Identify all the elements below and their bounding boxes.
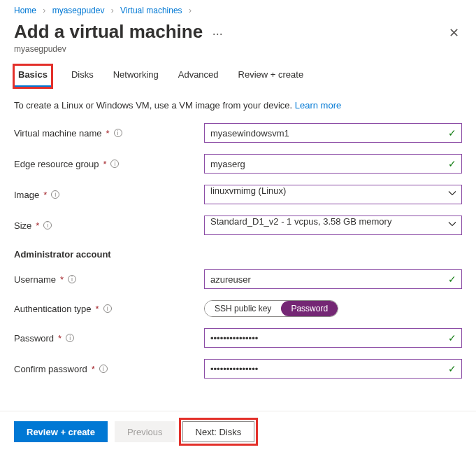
auth-password-option[interactable]: Password [281, 301, 338, 316]
info-icon[interactable]: i [51, 190, 59, 199]
erg-input[interactable] [204, 154, 462, 174]
password-label: Password [14, 333, 54, 344]
erg-label: Edge resource group [14, 159, 99, 169]
vm-name-label: Virtual machine name [14, 128, 102, 139]
tab-bar: Basics Disks Networking Advanced Review … [0, 65, 476, 87]
vm-name-input[interactable] [204, 123, 462, 143]
learn-more-link[interactable]: Learn more [295, 100, 341, 111]
required-icon: * [96, 304, 99, 314]
breadcrumb-home[interactable]: Home [14, 6, 36, 15]
info-icon[interactable]: i [66, 334, 74, 342]
info-icon[interactable]: i [114, 129, 122, 137]
next-disks-button[interactable]: Next: Disks [182, 421, 255, 442]
info-icon[interactable]: i [99, 365, 108, 373]
required-icon: * [106, 128, 110, 139]
info-icon[interactable]: i [43, 221, 52, 229]
description: To create a Linux or Windows VM, use a V… [0, 100, 476, 123]
tab-networking[interactable]: Networking [113, 65, 159, 87]
info-icon[interactable]: i [103, 304, 112, 313]
breadcrumb: Home › myasegpudev › Virtual machines › [0, 0, 476, 18]
size-select[interactable]: Standard_D1_v2 - 1 vcpus, 3.58 GB memory [204, 216, 462, 235]
review-create-button[interactable]: Review + create [14, 421, 108, 442]
close-icon[interactable]: ✕ [449, 21, 462, 41]
breadcrumb-section[interactable]: Virtual machines [120, 6, 182, 15]
username-label: Username [14, 274, 56, 285]
page-title: Add a virtual machine [14, 21, 203, 43]
size-label: Size [14, 220, 31, 231]
confirm-password-input[interactable] [204, 359, 462, 379]
page-subtitle: myasegpudev [0, 43, 476, 65]
tab-basics[interactable]: Basics [14, 65, 52, 87]
tab-advanced[interactable]: Advanced [178, 65, 219, 87]
required-icon: * [103, 159, 106, 169]
chevron-right-icon: › [111, 6, 114, 15]
chevron-right-icon: › [189, 6, 192, 15]
auth-type-toggle: SSH public key Password [204, 300, 338, 317]
auth-type-label: Authentication type [14, 304, 92, 314]
tab-review[interactable]: Review + create [238, 65, 304, 87]
breadcrumb-resource[interactable]: myasegpudev [52, 6, 105, 15]
info-icon[interactable]: i [68, 275, 76, 283]
required-icon: * [43, 190, 47, 200]
footer-bar: Review + create Previous Next: Disks [0, 411, 476, 452]
image-label: Image [14, 190, 39, 200]
username-input[interactable] [204, 269, 462, 289]
required-icon: * [36, 220, 39, 231]
auth-ssh-option[interactable]: SSH public key [205, 301, 281, 316]
image-select[interactable]: linuxvmimg (Linux) [204, 185, 462, 204]
required-icon: * [60, 274, 64, 285]
info-icon[interactable]: i [110, 160, 119, 168]
required-icon: * [92, 364, 95, 374]
confirm-password-label: Confirm password [14, 364, 87, 374]
chevron-right-icon: › [43, 6, 45, 15]
password-input[interactable] [204, 328, 462, 348]
admin-section-header: Administrator account [0, 246, 476, 269]
more-actions-icon[interactable]: ··· [212, 27, 223, 41]
previous-button[interactable]: Previous [115, 421, 175, 442]
tab-disks[interactable]: Disks [71, 65, 94, 87]
required-icon: * [58, 333, 62, 344]
